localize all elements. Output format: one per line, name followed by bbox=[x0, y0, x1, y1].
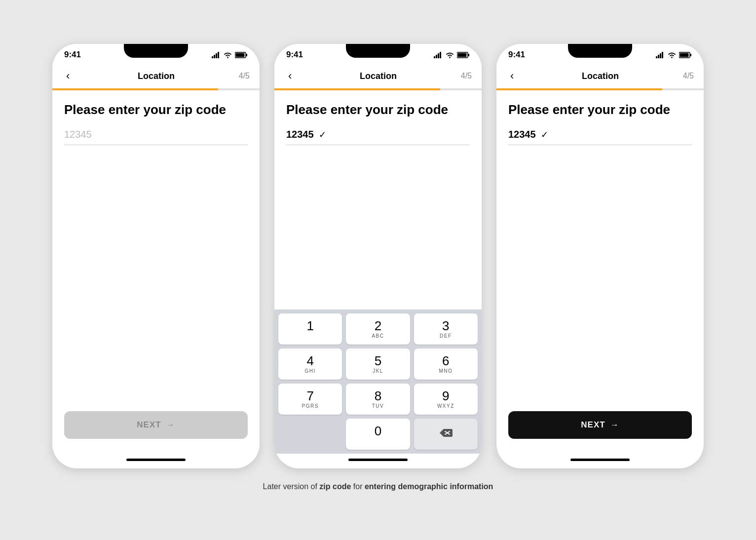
svg-rect-9 bbox=[438, 53, 439, 58]
numpad-key-8[interactable]: 8 TUV bbox=[346, 384, 410, 415]
nav-bar-3: ‹ Location 4/5 bbox=[496, 64, 704, 84]
caption: Later version of zip code for entering d… bbox=[263, 482, 493, 491]
phone-2: 9:41 bbox=[274, 44, 482, 468]
bottom-bar-1 bbox=[52, 454, 260, 468]
zip-value-2: 12345 bbox=[286, 129, 314, 140]
bottom-bar-2 bbox=[274, 454, 482, 468]
numpad-key-9[interactable]: 9 WXYZ bbox=[414, 384, 478, 415]
svg-rect-3 bbox=[218, 52, 219, 58]
question-title-1: Please enter your zip code bbox=[64, 102, 248, 117]
signal-icon-3 bbox=[656, 52, 665, 58]
zip-input-2[interactable]: 12345 ✓ bbox=[286, 127, 470, 145]
next-arrow-1: → bbox=[166, 420, 175, 430]
svg-rect-13 bbox=[458, 53, 467, 57]
phone-content-1: Please enter your zip code 12345 bbox=[52, 90, 260, 403]
battery-icon-3 bbox=[679, 52, 692, 58]
caption-prefix: Later version of bbox=[263, 482, 320, 491]
back-button-1[interactable]: ‹ bbox=[62, 68, 74, 84]
svg-rect-16 bbox=[656, 56, 657, 58]
numpad-key-blank bbox=[278, 419, 342, 450]
battery-icon-2 bbox=[457, 52, 470, 58]
home-indicator-1 bbox=[126, 459, 186, 461]
svg-rect-17 bbox=[658, 55, 659, 58]
signal-icon-1 bbox=[212, 52, 221, 58]
svg-rect-21 bbox=[690, 54, 692, 56]
back-button-3[interactable]: ‹ bbox=[506, 68, 518, 84]
wifi-icon-3 bbox=[668, 52, 676, 58]
numpad-key-4[interactable]: 4 GHI bbox=[278, 348, 342, 380]
numpad-key-5[interactable]: 5 JKL bbox=[346, 348, 410, 380]
signal-icon-2 bbox=[434, 52, 443, 58]
svg-rect-0 bbox=[212, 56, 213, 58]
numpad-backspace-button[interactable] bbox=[414, 419, 478, 450]
svg-rect-19 bbox=[662, 52, 663, 58]
status-time-1: 9:41 bbox=[64, 50, 81, 60]
bottom-bar-3 bbox=[496, 454, 704, 468]
status-bar-2: 9:41 bbox=[274, 44, 482, 64]
nav-title-3: Location bbox=[582, 71, 619, 81]
phones-container: 9:41 bbox=[52, 44, 704, 468]
check-icon-2: ✓ bbox=[319, 129, 326, 140]
next-button-1[interactable]: NEXT → bbox=[64, 411, 248, 439]
numpad-key-2[interactable]: 2 ABC bbox=[346, 313, 410, 345]
nav-progress-2: 4/5 bbox=[461, 72, 472, 80]
numpad-2: 1 2 ABC 3 DEF 4 GHI 5 JKL 6 MNO bbox=[274, 309, 482, 454]
battery-icon-1 bbox=[235, 52, 248, 58]
status-icons-3 bbox=[656, 52, 692, 58]
wifi-icon-1 bbox=[224, 52, 232, 58]
nav-progress-3: 4/5 bbox=[683, 72, 694, 80]
status-time-2: 9:41 bbox=[286, 50, 303, 60]
numpad-key-0[interactable]: 0 bbox=[346, 419, 410, 450]
notch-1 bbox=[124, 44, 188, 58]
numpad-key-1[interactable]: 1 bbox=[278, 313, 342, 345]
zip-input-1[interactable]: 12345 bbox=[64, 127, 248, 145]
status-time-3: 9:41 bbox=[508, 50, 525, 60]
svg-rect-10 bbox=[440, 52, 441, 58]
home-indicator-3 bbox=[570, 459, 630, 461]
caption-middle: for bbox=[351, 482, 365, 491]
wifi-icon-2 bbox=[446, 52, 454, 58]
zip-input-3[interactable]: 12345 ✓ bbox=[508, 127, 692, 145]
zip-placeholder-1: 12345 bbox=[64, 129, 92, 140]
phone-content-2: Please enter your zip code 12345 ✓ bbox=[274, 90, 482, 309]
nav-title-2: Location bbox=[360, 71, 397, 81]
svg-rect-1 bbox=[214, 55, 215, 58]
phone-3: 9:41 bbox=[496, 44, 704, 468]
notch-2 bbox=[346, 44, 410, 58]
nav-title-1: Location bbox=[138, 71, 175, 81]
svg-rect-6 bbox=[236, 53, 245, 57]
numpad-key-3[interactable]: 3 DEF bbox=[414, 313, 478, 345]
svg-rect-12 bbox=[468, 54, 470, 56]
svg-rect-8 bbox=[436, 55, 437, 58]
phone-1: 9:41 bbox=[52, 44, 260, 468]
next-label-1: NEXT bbox=[137, 420, 161, 430]
svg-rect-2 bbox=[216, 53, 217, 58]
backspace-icon bbox=[439, 428, 453, 441]
next-btn-container-1: NEXT → bbox=[52, 403, 260, 454]
next-label-3: NEXT bbox=[581, 420, 605, 430]
nav-bar-2: ‹ Location 4/5 bbox=[274, 64, 482, 84]
numpad-key-7[interactable]: 7 PGRS bbox=[278, 384, 342, 415]
caption-bold1: zip code bbox=[319, 482, 351, 491]
next-arrow-3: → bbox=[610, 420, 619, 430]
nav-progress-1: 4/5 bbox=[239, 72, 250, 80]
svg-rect-18 bbox=[660, 53, 661, 58]
back-button-2[interactable]: ‹ bbox=[284, 68, 296, 84]
nav-bar-1: ‹ Location 4/5 bbox=[52, 64, 260, 84]
question-title-3: Please enter your zip code bbox=[508, 102, 692, 117]
svg-rect-5 bbox=[246, 54, 248, 56]
phone-content-3: Please enter your zip code 12345 ✓ bbox=[496, 90, 704, 403]
check-icon-3: ✓ bbox=[541, 129, 548, 140]
status-bar-3: 9:41 bbox=[496, 44, 704, 64]
svg-rect-22 bbox=[680, 53, 689, 57]
svg-rect-7 bbox=[434, 56, 435, 58]
status-icons-2 bbox=[434, 52, 470, 58]
status-bar-1: 9:41 bbox=[52, 44, 260, 64]
next-button-3[interactable]: NEXT → bbox=[508, 411, 692, 439]
numpad-key-6[interactable]: 6 MNO bbox=[414, 348, 478, 380]
question-title-2: Please enter your zip code bbox=[286, 102, 470, 117]
zip-value-3: 12345 bbox=[508, 129, 536, 140]
status-icons-1 bbox=[212, 52, 248, 58]
next-btn-container-3: NEXT → bbox=[496, 403, 704, 454]
notch-3 bbox=[568, 44, 632, 58]
